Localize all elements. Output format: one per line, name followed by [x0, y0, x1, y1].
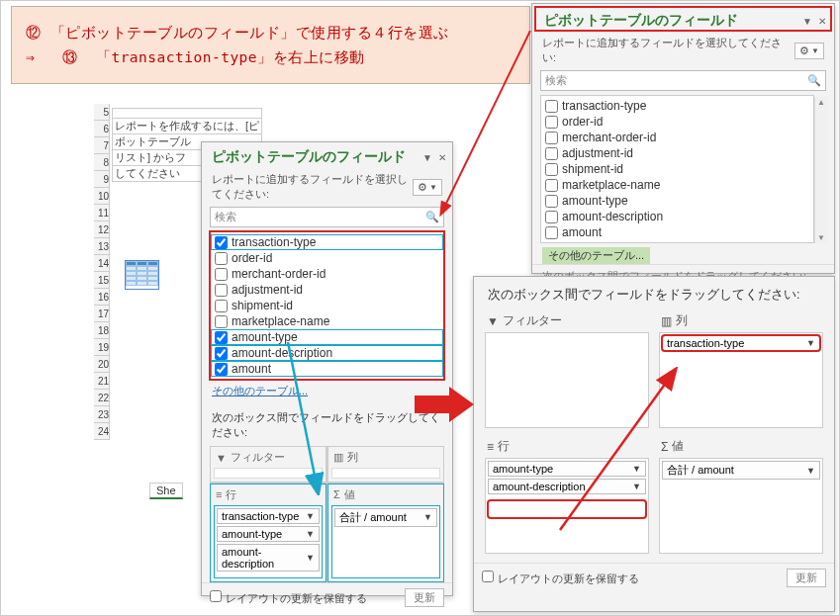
- pivot-fields-panel-top: ピボットテーブルのフィールド ▼ ✕ レポートに追加するフィールドを選択してくだ…: [531, 3, 835, 274]
- field-shipment-id[interactable]: shipment-id: [211, 298, 443, 313]
- panel-dropdown-icon[interactable]: ▼: [802, 16, 812, 27]
- search-placeholder: 検索: [215, 210, 236, 224]
- pivot-placeholder-icon: [125, 260, 159, 290]
- filter-icon: ▼: [216, 452, 227, 464]
- columns-icon: ▥: [661, 314, 672, 328]
- panel-gear-button[interactable]: ⚙▼: [794, 43, 824, 59]
- svg-marker-0: [415, 387, 474, 422]
- field-merchant-order-id[interactable]: merchant-order-id: [211, 266, 443, 282]
- other-tables-link[interactable]: その他のテーブル...: [542, 247, 650, 264]
- field-order-id[interactable]: order-id: [541, 114, 813, 130]
- rows-icon: ≡: [487, 440, 494, 454]
- field-amount-type[interactable]: amount-type: [541, 193, 813, 209]
- sheet-tab[interactable]: She: [149, 483, 183, 499]
- chip-amount-type[interactable]: amount-type▼: [217, 526, 320, 542]
- panel-subtitle: レポートに追加するフィールドを選択してください:: [542, 36, 794, 65]
- field-list: transaction-type order-id merchant-order…: [540, 95, 814, 243]
- field-shipment-id[interactable]: shipment-id: [541, 161, 813, 177]
- search-box[interactable]: 検索 🔍: [540, 70, 826, 91]
- step-num-12: ⑫: [26, 25, 42, 41]
- values-area[interactable]: Σ値 合計 / amount▼: [327, 484, 444, 583]
- field-adjustment-id[interactable]: adjustment-id: [211, 282, 443, 298]
- field-marketplace-name[interactable]: marketplace-name: [541, 177, 813, 193]
- field-merchant-order-id[interactable]: merchant-order-id: [541, 130, 813, 145]
- arrow-glyph: ⇒: [26, 49, 35, 65]
- chip-sum-amount[interactable]: 合計 / amount▼: [334, 508, 437, 527]
- columns-area[interactable]: ▥列: [327, 446, 444, 483]
- filter-icon: ▼: [487, 314, 499, 328]
- field-transaction-type[interactable]: transaction-type: [211, 234, 443, 250]
- field-amount[interactable]: amount: [541, 224, 813, 240]
- chip-transaction-type[interactable]: transaction-type▼: [217, 508, 320, 524]
- update-button[interactable]: 更新: [405, 588, 444, 607]
- big-red-arrow: [415, 387, 474, 422]
- defer-update-checkbox[interactable]: レイアウトの更新を保留する: [482, 571, 639, 586]
- field-adjustment-id[interactable]: adjustment-id: [541, 145, 813, 161]
- rows-area[interactable]: ≡行 transaction-type▼ amount-type▼ amount…: [210, 484, 327, 583]
- defer-update-checkbox[interactable]: レイアウトの更新を保留する: [210, 590, 367, 606]
- drag-hint: 次のボックス間でフィールドをドラッグしてください:: [474, 277, 834, 309]
- chip-transaction-type[interactable]: transaction-type▼: [662, 335, 820, 351]
- instruction-line2: 「transaction-type」を右上に移動: [96, 49, 365, 65]
- red-arrow-to-title: [347, 31, 545, 219]
- field-marketplace-name[interactable]: marketplace-name: [211, 313, 443, 329]
- panel-title: ピボットテーブルのフィールド: [544, 12, 738, 30]
- search-icon: 🔍: [807, 74, 821, 87]
- search-placeholder: 検索: [545, 73, 567, 88]
- row-numbers: 567 8910 111213 141516 171819 202122 232…: [94, 104, 110, 440]
- chip-amount-description[interactable]: amount-description▼: [217, 544, 320, 572]
- field-amount-description[interactable]: amount-description: [541, 209, 813, 224]
- red-arrow-move-field: [540, 367, 699, 535]
- update-button[interactable]: 更新: [787, 569, 826, 587]
- svg-line-2: [441, 31, 530, 214]
- scrollbar[interactable]: [814, 97, 828, 243]
- panel-close-icon[interactable]: ✕: [818, 16, 826, 27]
- cyan-arrow-drag-down: [278, 342, 337, 495]
- svg-line-4: [560, 372, 674, 530]
- step-num-13: ⑬: [62, 49, 78, 65]
- field-transaction-type[interactable]: transaction-type: [541, 98, 813, 114]
- svg-line-6: [288, 342, 318, 490]
- field-order-id[interactable]: order-id: [211, 250, 443, 266]
- rows-icon: ≡: [216, 488, 222, 500]
